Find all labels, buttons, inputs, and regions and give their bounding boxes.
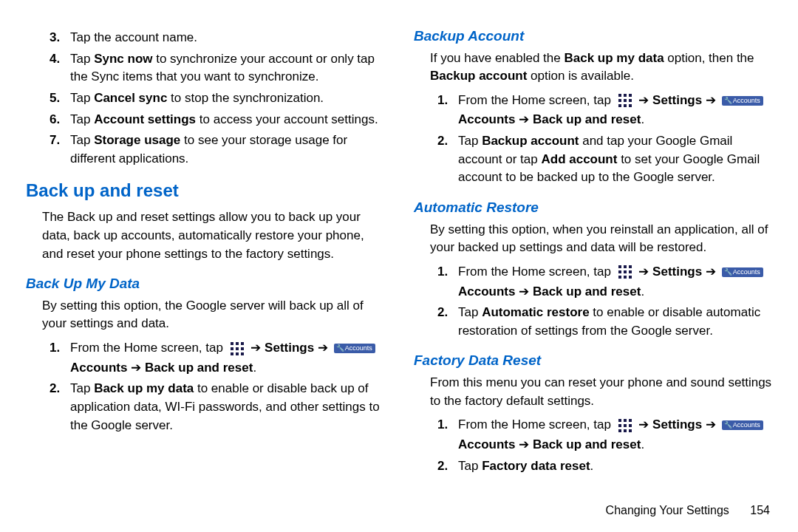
nav-settings: Settings — [652, 417, 702, 432]
step-2: 2. Tap Automatic restore to enable or di… — [437, 304, 772, 340]
svg-rect-7 — [236, 352, 239, 355]
step-3: 3. Tap the account name. — [50, 29, 384, 47]
svg-rect-27 — [618, 419, 621, 422]
nav-backup-reset: Back up and reset — [533, 284, 641, 299]
svg-rect-30 — [618, 424, 621, 427]
right-column: Backup Account If you have enabled the B… — [414, 26, 772, 477]
heading-backup-my-data: Back Up My Data — [26, 273, 384, 294]
accounts-icon: 🔧Accounts — [722, 267, 763, 277]
step-2: 2. Tap Backup account and tap your Googl… — [437, 132, 772, 187]
svg-rect-0 — [231, 342, 233, 345]
apps-grid-icon — [618, 418, 632, 433]
svg-rect-20 — [629, 265, 632, 268]
step-number: 6. — [50, 111, 70, 129]
nav-settings: Settings — [652, 265, 702, 279]
step-text: From the Home screen, tap ➔ Settings ➔ 🔧… — [458, 416, 772, 434]
step-1: 1. From the Home screen, tap ➔ Settings … — [50, 339, 384, 358]
svg-rect-4 — [236, 347, 239, 350]
apps-grid-icon — [618, 265, 632, 279]
svg-rect-2 — [241, 342, 244, 345]
nav-prefix: From the Home screen, tap — [458, 93, 611, 107]
nav-backup-reset: Back up and reset — [145, 361, 253, 375]
step-number: 7. — [50, 132, 70, 168]
heading-backup-reset: Back up and reset — [26, 178, 384, 204]
nav-backup-reset: Back up and reset — [533, 112, 641, 126]
svg-rect-11 — [629, 94, 632, 97]
step-number: 4. — [50, 50, 70, 86]
page-number: 154 — [750, 504, 770, 516]
paragraph: If you have enabled the Back up my data … — [430, 50, 772, 86]
step-number: 2. — [437, 457, 458, 476]
svg-rect-5 — [241, 347, 244, 350]
step-number: 1. — [437, 263, 458, 282]
step-number: 5. — [50, 89, 70, 108]
step-1: 1. From the Home screen, tap ➔ Settings … — [437, 92, 772, 110]
step-1: 1. From the Home screen, tap ➔ Settings … — [437, 263, 772, 282]
step-7: 7. Tap Storage usage to see your storage… — [50, 132, 384, 168]
apps-grid-icon — [618, 93, 632, 108]
step-number: 3. — [50, 29, 70, 47]
step-number: 1. — [437, 92, 458, 110]
svg-rect-8 — [241, 352, 244, 355]
svg-rect-12 — [618, 99, 621, 102]
svg-rect-32 — [629, 424, 632, 427]
step-6: 6. Tap Account settings to access your a… — [50, 111, 384, 129]
svg-rect-33 — [618, 429, 621, 432]
nav-accounts: Accounts — [458, 112, 515, 126]
left-column: 3. Tap the account name. 4. Tap Sync now… — [26, 26, 384, 477]
step-5: 5. Tap Cancel sync to stop the synchroni… — [50, 89, 384, 108]
step-continuation: Accounts ➔ Back up and reset. — [458, 111, 772, 129]
svg-rect-1 — [236, 342, 239, 345]
svg-rect-22 — [624, 270, 627, 273]
svg-rect-28 — [624, 419, 627, 422]
svg-rect-31 — [624, 424, 627, 427]
step-continuation: Accounts ➔ Back up and reset. — [458, 283, 772, 301]
step-number: 2. — [437, 132, 458, 187]
nav-settings: Settings — [265, 341, 314, 355]
nav-accounts: Accounts — [70, 361, 127, 375]
step-text: From the Home screen, tap ➔ Settings ➔ 🔧… — [458, 263, 772, 282]
step-text: Tap the account name. — [70, 29, 384, 47]
heading-automatic-restore: Automatic Restore — [414, 197, 772, 218]
accounts-icon: 🔧Accounts — [334, 344, 375, 353]
step-2: 2. Tap Factory data reset. — [437, 457, 772, 476]
svg-rect-16 — [624, 104, 627, 107]
nav-backup-reset: Back up and reset — [533, 437, 641, 451]
nav-accounts: Accounts — [458, 437, 515, 451]
svg-rect-10 — [624, 94, 627, 97]
step-number: 1. — [50, 339, 70, 358]
accounts-icon: 🔧Accounts — [722, 420, 763, 430]
step-text: Tap Automatic restore to enable or disab… — [458, 304, 772, 340]
svg-rect-15 — [618, 104, 621, 107]
nav-prefix: From the Home screen, tap — [70, 341, 223, 355]
step-number: 2. — [50, 380, 70, 434]
step-continuation: Accounts ➔ Back up and reset. — [458, 436, 772, 454]
paragraph: From this menu you can reset your phone … — [430, 374, 772, 410]
step-4: 4. Tap Sync now to synchronize your acco… — [50, 50, 384, 86]
paragraph: The Back up and reset settings allow you… — [42, 208, 384, 263]
svg-rect-34 — [624, 429, 627, 432]
svg-rect-19 — [624, 265, 627, 268]
step-text: Tap Back up my data to enable or disable… — [70, 380, 384, 434]
svg-rect-17 — [629, 104, 632, 107]
step-1: 1. From the Home screen, tap ➔ Settings … — [437, 416, 772, 434]
svg-rect-25 — [624, 276, 627, 279]
accounts-icon: 🔧Accounts — [722, 96, 763, 106]
svg-rect-13 — [624, 99, 627, 102]
svg-rect-6 — [231, 352, 233, 355]
svg-rect-3 — [231, 347, 233, 350]
step-number: 2. — [437, 304, 458, 340]
step-text: Tap Factory data reset. — [458, 457, 772, 476]
svg-rect-14 — [629, 99, 632, 102]
step-text: Tap Cancel sync to stop the synchronizat… — [70, 89, 384, 108]
paragraph: By setting this option, when you reinsta… — [430, 221, 772, 257]
heading-backup-account: Backup Account — [414, 26, 772, 47]
apps-grid-icon — [230, 341, 245, 356]
nav-prefix: From the Home screen, tap — [458, 265, 611, 279]
step-text: Tap Storage usage to see your storage us… — [70, 132, 384, 168]
step-text: Tap Backup account and tap your Google G… — [458, 132, 772, 187]
svg-rect-18 — [618, 265, 621, 268]
step-2: 2. Tap Back up my data to enable or disa… — [50, 380, 384, 434]
heading-factory-reset: Factory Data Reset — [414, 350, 772, 371]
svg-rect-35 — [629, 429, 632, 432]
